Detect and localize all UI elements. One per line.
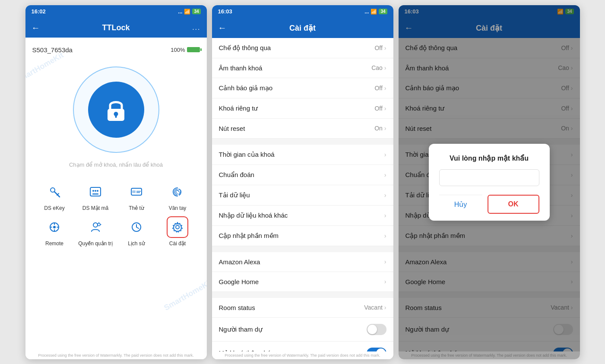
settings-item-google[interactable]: Google Home ›	[212, 272, 393, 292]
svg-point-17	[93, 223, 98, 227]
menu-item-ekey[interactable]: DS eKey	[37, 181, 73, 211]
toggle-nguoi-tham[interactable]	[367, 324, 386, 335]
quyen-label: Quyền quản trị	[78, 241, 113, 247]
time-2: 16:03	[218, 8, 232, 15]
settings-group-2: Thời gian của khoá › Chuẩn đoán › Tải dữ…	[212, 145, 393, 246]
lichsu-icon	[126, 216, 147, 238]
menu-item-matma[interactable]: DS Mật mã	[78, 181, 114, 211]
settings-group-4: Room status Vacant › Người tham dự Mở kh…	[212, 298, 393, 351]
menu-item-caidat[interactable]: Cài đặt	[160, 216, 196, 247]
settings-item-cap-nhat[interactable]: Cập nhật phần mềm ›	[212, 226, 393, 246]
settings-list-2: Chế độ thông qua Off › Âm thanh khoá Cao…	[212, 38, 393, 351]
ok-button[interactable]: OK	[488, 195, 539, 214]
svg-point-7	[92, 190, 94, 192]
vantay-label: Vân tay	[169, 205, 187, 211]
settings-item-nhap-du-lieu[interactable]: Nhập dữ liệu khoá khác ›	[212, 206, 393, 226]
chevron-icon: ›	[384, 212, 386, 219]
battery-percent: 100%	[171, 47, 185, 53]
chevron-icon: ›	[384, 171, 386, 178]
device-row: S503_7653da 100%	[32, 46, 200, 54]
dialog-overlay: Vui lòng nhập mật khẩu Hủy OK	[399, 5, 580, 359]
header-2: ← Cài đặt	[212, 18, 393, 38]
lock-circle-outer[interactable]	[73, 66, 159, 153]
svg-point-9	[97, 190, 98, 192]
battery-badge-2: 34	[379, 9, 387, 14]
settings-item-mo-khoa[interactable]: Mở khoá thông báo	[212, 342, 393, 351]
menu-item-lichsu[interactable]: Lịch sử	[119, 216, 155, 247]
menu-item-thetu[interactable]: Thẻ từ	[119, 181, 155, 211]
toggle-mo-khoa[interactable]	[367, 348, 386, 351]
vantay-icon	[167, 181, 188, 203]
chevron-icon: ›	[384, 64, 386, 71]
ekey-icon	[44, 181, 65, 203]
footer-1: Processed using the free version of Wate…	[25, 351, 207, 359]
svg-point-24	[176, 225, 179, 229]
watermark-1b: SmartHomeKit	[163, 278, 207, 313]
status-bar-2: 16:03 ... 📶 34	[212, 5, 393, 18]
lock-circle-inner[interactable]	[88, 82, 144, 138]
menu-grid: DS eKey DS Mật mã	[32, 181, 200, 247]
svg-line-5	[57, 193, 59, 195]
settings-item-room[interactable]: Room status Vacant ›	[212, 298, 393, 318]
gap-3	[212, 292, 393, 298]
watermark-1a: SmartHomeKit	[25, 51, 65, 85]
time-1: 16:02	[32, 8, 46, 15]
more-options-1[interactable]: ...	[192, 24, 200, 32]
wifi-icon-2: 📶	[371, 9, 377, 15]
screen3: 16:03 📶 34 ← Cài đặt Chế độ thông qua Of…	[399, 5, 580, 359]
settings-item-che-do[interactable]: Chế độ thông qua Off ›	[212, 38, 393, 58]
chevron-icon: ›	[384, 258, 386, 265]
screen1: 16:02 ... 📶 34 ← TTLock ... SmartHomeKit…	[25, 5, 207, 359]
settings-item-chuan-doan[interactable]: Chuẩn đoán ›	[212, 165, 393, 185]
device-name: S503_7653da	[32, 46, 73, 54]
wifi-icon-1: 📶	[184, 9, 190, 15]
chevron-icon: ›	[384, 85, 386, 92]
signal-dots-2: ...	[364, 9, 369, 15]
chevron-icon: ›	[384, 192, 386, 199]
battery-indicator: 100%	[171, 47, 200, 53]
settings-item-thoi-gian[interactable]: Thời gian của khoá ›	[212, 145, 393, 165]
settings-item-nguoi-tham[interactable]: Người tham dự	[212, 318, 393, 342]
cancel-button[interactable]: Hủy	[439, 195, 482, 214]
back-button-2[interactable]: ←	[218, 23, 227, 33]
chevron-icon: ›	[384, 44, 386, 51]
thetu-icon	[126, 181, 147, 203]
screen1-content: SmartHomeKit SmartHomeKit S503_7653da 10…	[25, 38, 207, 351]
menu-item-remote[interactable]: Remote	[37, 216, 73, 247]
menu-item-quyen[interactable]: Quyền quản trị	[78, 216, 114, 247]
settings-item-nut-reset[interactable]: Nút reset On ›	[212, 119, 393, 139]
svg-line-23	[136, 227, 139, 228]
status-right-1: ... 📶 34	[178, 9, 200, 15]
settings-item-am-thanh[interactable]: Âm thanh khoá Cao ›	[212, 58, 393, 78]
header-title-2: Cài đặt	[289, 23, 316, 33]
gap-1	[212, 139, 393, 145]
toggle-knob	[376, 348, 386, 351]
chevron-icon: ›	[384, 105, 386, 112]
chevron-icon: ›	[384, 232, 386, 239]
menu-item-vantay[interactable]: Vân tay	[160, 181, 196, 211]
lock-icon	[104, 97, 128, 123]
ekey-label: DS eKey	[44, 205, 64, 211]
header-title-1: TTLock	[102, 23, 130, 32]
caidat-icon	[167, 216, 188, 238]
settings-item-khoa-rieng[interactable]: Khoá riêng tư Off ›	[212, 98, 393, 119]
settings-item-tai-du-lieu[interactable]: Tải dữ liệu ›	[212, 185, 393, 206]
chevron-icon: ›	[384, 304, 386, 311]
dialog-actions: Hủy OK	[439, 193, 539, 214]
svg-point-8	[95, 190, 96, 192]
settings-item-canh-bao[interactable]: Cảnh báo giả mạo Off ›	[212, 78, 393, 98]
toggle-knob	[367, 325, 377, 334]
remote-label: Remote	[45, 241, 63, 247]
password-input[interactable]	[439, 169, 539, 186]
thetu-label: Thẻ từ	[129, 205, 144, 211]
svg-line-4	[54, 192, 60, 197]
header-1: ← TTLock ...	[25, 18, 207, 38]
caidat-label: Cài đặt	[169, 241, 186, 247]
svg-rect-10	[92, 193, 98, 195]
battery-bar	[187, 47, 200, 52]
back-button-1[interactable]: ←	[32, 23, 40, 33]
settings-item-alexa[interactable]: Amazon Alexa ›	[212, 252, 393, 272]
battery-badge-1: 34	[192, 9, 200, 14]
screen2: 16:03 ... 📶 34 ← Cài đặt Chế độ thông qu…	[212, 5, 393, 359]
chevron-icon: ›	[384, 151, 386, 158]
